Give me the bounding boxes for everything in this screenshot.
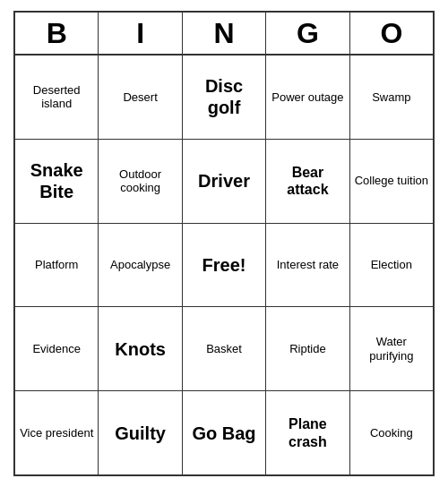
bingo-row: PlatformApocalypseFree!Interest rateElec…: [15, 224, 433, 308]
bingo-cell: Platform: [15, 224, 99, 307]
bingo-cell: Swamp: [350, 56, 433, 139]
bingo-cell: Guilty: [99, 391, 182, 474]
bingo-cell: Go Bag: [183, 391, 266, 474]
header-letter: N: [183, 13, 266, 54]
bingo-cell: Water purifying: [350, 307, 433, 390]
bingo-cell: Election: [350, 224, 433, 307]
bingo-cell: Interest rate: [266, 224, 349, 307]
bingo-cell: Free!: [183, 224, 266, 307]
bingo-cell: Desert: [99, 56, 182, 139]
bingo-cell: Snake Bite: [15, 140, 99, 223]
bingo-cell: Disc golf: [183, 56, 266, 139]
bingo-cell: Basket: [183, 307, 266, 390]
bingo-card: BINGO Deserted islandDesertDisc golfPowe…: [13, 11, 435, 476]
bingo-cell: Driver: [183, 140, 266, 223]
bingo-cell: Outdoor cooking: [99, 140, 182, 223]
bingo-cell: College tuition: [350, 140, 433, 223]
bingo-cell: Knots: [99, 307, 182, 390]
header-letter: G: [266, 13, 349, 54]
bingo-grid: Deserted islandDesertDisc golfPower outa…: [15, 56, 433, 474]
bingo-row: EvidenceKnotsBasketRiptideWater purifyin…: [15, 307, 433, 391]
bingo-cell: Power outage: [266, 56, 349, 139]
bingo-cell: Deserted island: [15, 56, 99, 139]
bingo-cell: Evidence: [15, 307, 99, 390]
bingo-row: Snake BiteOutdoor cookingDriverBear atta…: [15, 140, 433, 224]
header-letter: B: [15, 13, 99, 54]
bingo-cell: Apocalypse: [99, 224, 182, 307]
bingo-row: Deserted islandDesertDisc golfPower outa…: [15, 56, 433, 140]
bingo-cell: Riptide: [266, 307, 349, 390]
header-letter: O: [350, 13, 433, 54]
bingo-header: BINGO: [15, 13, 433, 56]
bingo-cell: Bear attack: [266, 140, 349, 223]
bingo-cell: Vice president: [15, 391, 99, 474]
header-letter: I: [99, 13, 182, 54]
bingo-cell: Cooking: [350, 391, 433, 474]
bingo-row: Vice presidentGuiltyGo BagPlane crashCoo…: [15, 391, 433, 474]
bingo-cell: Plane crash: [266, 391, 349, 474]
